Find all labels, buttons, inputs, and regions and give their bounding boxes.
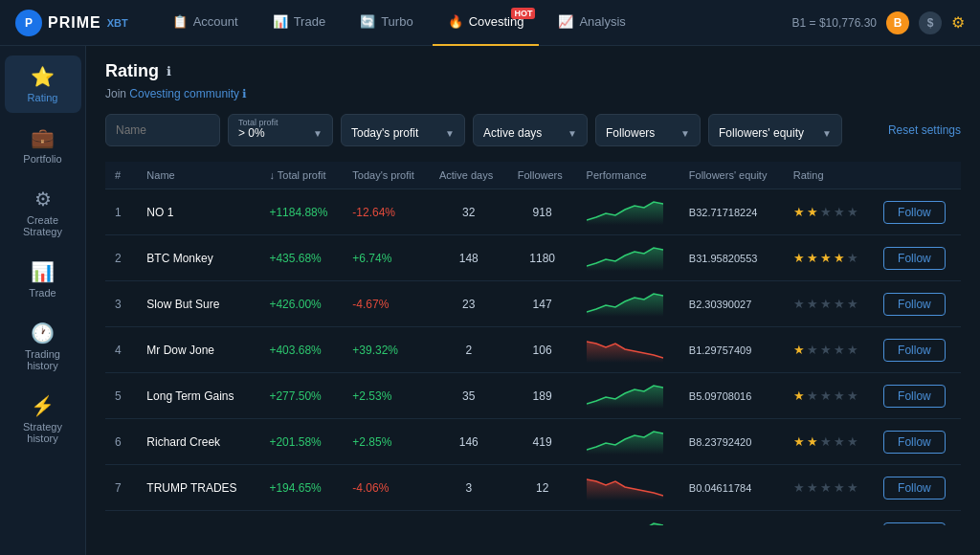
star-5: ★ (847, 297, 858, 311)
rating-cell: ★★★★★ (784, 419, 874, 465)
followers-cell: 419 (508, 419, 577, 465)
active-days-cell: 3 (430, 465, 508, 511)
star-4: ★ (834, 388, 845, 403)
svg-marker-1 (587, 248, 663, 271)
sidebar-trading-history-label: Trading history (12, 348, 74, 371)
dollar-icon[interactable]: $ (919, 11, 942, 34)
star-4: ★ (834, 205, 845, 219)
table-row: 2 BTC Monkey +435.68% +6.74% 148 1180 B3… (105, 235, 961, 281)
page-header: Rating ℹ (105, 61, 961, 81)
star-1: ★ (793, 343, 805, 357)
col-followers[interactable]: Followers (508, 162, 577, 189)
rating-cell: ★★★★★ (784, 465, 874, 511)
followers-cell: 189 (508, 373, 577, 419)
followers-filter[interactable]: Followers ▼ (595, 114, 701, 146)
star-2: ★ (807, 297, 818, 311)
sidebar-item-trade[interactable]: 📊 Trade (5, 251, 81, 308)
followers-value: Followers (606, 126, 655, 140)
star-rating: ★★★★★ (793, 205, 864, 219)
nav-turbo[interactable]: 🔄 Turbo (345, 0, 428, 46)
rank-cell: 8 (105, 511, 137, 526)
star-4: ★ (834, 297, 845, 311)
total-profit-cell: +403.68% (259, 327, 343, 373)
total-profit-filter[interactable]: Total profit > 0% ▼ (228, 114, 333, 146)
analysis-icon: 📈 (558, 14, 573, 29)
today-profit-cell: +1.39% (343, 511, 430, 526)
col-today-profit[interactable]: Today's profit (343, 162, 430, 189)
rating-cell: ★★★★★ (784, 327, 874, 373)
equity-cell: B0.04611784 (679, 465, 784, 511)
follow-button[interactable]: Follow (883, 201, 946, 224)
logo: P PRIME XBT (15, 10, 128, 36)
col-total-profit[interactable]: ↓ Total profit (259, 162, 343, 189)
star-rating: ★★★★★ (793, 251, 864, 265)
sidebar-item-strategy-history[interactable]: ⚡ Strategy history (5, 385, 81, 454)
equity-cell: B32.71718224 (679, 189, 784, 235)
nav-trade[interactable]: 📊 Trade (257, 0, 341, 46)
star-2: ★ (807, 388, 818, 403)
star-1: ★ (793, 434, 805, 449)
strategies-table: # Name ↓ Total profit Today's profit Act… (105, 162, 961, 525)
star-5: ★ (847, 205, 858, 219)
filter-icon[interactable]: ⚙ (951, 13, 965, 32)
star-1: ★ (793, 388, 805, 403)
col-active-days[interactable]: Active days (430, 162, 508, 189)
active-days-value: Active days (483, 126, 542, 140)
followers-cell: 918 (508, 189, 577, 235)
rank-cell: 1 (105, 189, 137, 235)
title-area: Rating ℹ (105, 61, 171, 81)
follow-button[interactable]: Follow (883, 339, 946, 362)
followers-equity-value: Followers' equity (719, 126, 804, 140)
sidebar-item-trading-history[interactable]: 🕐 Trading history (5, 312, 81, 381)
today-profit-filter[interactable]: Today's profit ▼ (341, 114, 465, 146)
nav-items: 📋 Account 📊 Trade 🔄 Turbo HOT 🔥 Covestin… (157, 0, 792, 46)
active-days-cell: 35 (430, 373, 508, 419)
layout: ⭐ Rating 💼 Portfolio ⚙ Create Strategy 📊… (0, 46, 980, 555)
info-icon[interactable]: ℹ (167, 64, 171, 78)
total-profit-cell: +277.50% (259, 373, 343, 419)
follow-button[interactable]: Follow (883, 522, 946, 526)
account-icon: 📋 (172, 14, 188, 29)
followers-cell: 286 (508, 511, 577, 526)
nav-trade-label: Trade (294, 14, 325, 29)
follow-button[interactable]: Follow (883, 385, 946, 408)
follow-button[interactable]: Follow (883, 431, 946, 454)
svg-marker-3 (587, 342, 663, 363)
filters-bar: Total profit > 0% ▼ Today's profit ▼ Act… (105, 114, 961, 146)
sidebar-item-rating[interactable]: ⭐ Rating (5, 56, 81, 113)
star-4: ★ (834, 343, 845, 357)
follow-cell: Follow (874, 327, 961, 373)
sidebar-item-create-strategy[interactable]: ⚙ Create Strategy (5, 178, 81, 247)
follow-cell: Follow (874, 373, 961, 419)
follow-button[interactable]: Follow (883, 293, 946, 316)
nav-account[interactable]: 📋 Account (157, 0, 254, 46)
follow-button[interactable]: Follow (883, 477, 946, 500)
star-2: ★ (807, 251, 818, 265)
followers-equity-filter[interactable]: Followers' equity ▼ (708, 114, 842, 146)
equity-cell: B5.64734777 (679, 511, 784, 526)
reset-settings-button[interactable]: Reset settings (888, 123, 961, 137)
table-header-row: # Name ↓ Total profit Today's profit Act… (105, 162, 961, 189)
followers-arrow: ▼ (680, 128, 690, 139)
followers-equity-arrow: ▼ (822, 128, 832, 139)
name-filter[interactable] (105, 114, 220, 146)
mini-chart (587, 426, 663, 455)
col-rating: Rating (784, 162, 874, 189)
join-link[interactable]: Covesting community (129, 87, 239, 100)
follow-button[interactable]: Follow (883, 247, 946, 270)
btc-icon[interactable]: B (886, 11, 909, 34)
name-cell: TRUMP TRADES (137, 465, 259, 511)
today-profit-value: Today's profit (351, 126, 418, 140)
mini-chart (587, 196, 663, 225)
active-days-filter[interactable]: Active days ▼ (473, 114, 588, 146)
sidebar-item-portfolio[interactable]: 💼 Portfolio (5, 117, 81, 174)
nav-covesting[interactable]: HOT 🔥 Covesting (433, 0, 540, 46)
followers-cell: 106 (508, 327, 577, 373)
star-3: ★ (820, 388, 832, 403)
rating-cell: ★★★★★ (784, 373, 874, 419)
nav-analysis[interactable]: 📈 Analysis (543, 0, 640, 46)
star-1: ★ (793, 205, 805, 219)
performance-cell (577, 511, 679, 526)
today-profit-cell: -4.06% (343, 465, 430, 511)
col-name: Name (137, 162, 259, 189)
